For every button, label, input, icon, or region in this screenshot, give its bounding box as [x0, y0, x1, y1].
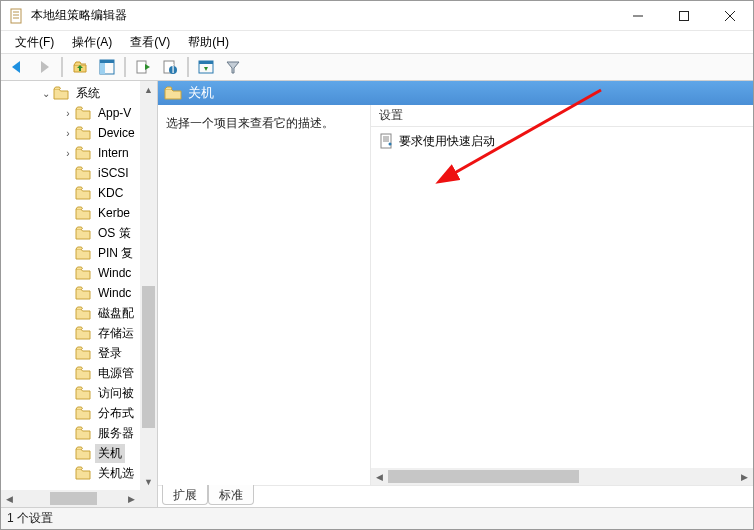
tree-item[interactable]: 电源管: [1, 363, 140, 383]
tree-item[interactable]: 关机: [1, 443, 140, 463]
tree-item[interactable]: 磁盘配: [1, 303, 140, 323]
scroll-left-icon[interactable]: ◀: [1, 490, 18, 507]
toolbar: i: [1, 53, 753, 81]
properties-button[interactable]: i: [158, 55, 182, 79]
close-button[interactable]: [707, 1, 753, 31]
folder-icon: [75, 406, 91, 420]
folder-icon: [75, 366, 91, 380]
description-panel: 选择一个项目来查看它的描述。: [158, 105, 370, 485]
tree-label: KDC: [95, 185, 126, 201]
tree-label: Intern: [95, 145, 132, 161]
menu-view[interactable]: 查看(V): [122, 32, 178, 53]
tree-pane: ⌄系统›App-V›Device›InterniSCSIKDCKerbeOS 策…: [1, 81, 158, 507]
export-button[interactable]: [131, 55, 155, 79]
tree-item[interactable]: ›Device: [1, 123, 140, 143]
folder-icon: [75, 266, 91, 280]
tree-item[interactable]: iSCSI: [1, 163, 140, 183]
svg-rect-5: [680, 11, 689, 20]
tree-item[interactable]: ›Intern: [1, 143, 140, 163]
svg-rect-13: [100, 60, 114, 63]
tree-label: PIN 复: [95, 244, 136, 263]
folder-icon: [75, 306, 91, 320]
tree-item[interactable]: KDC: [1, 183, 140, 203]
statusbar: 1 个设置: [1, 507, 753, 529]
separator: [124, 57, 126, 77]
tab-standard[interactable]: 标准: [208, 485, 254, 505]
scroll-down-icon[interactable]: ▼: [140, 473, 157, 490]
tree-label: Device: [95, 125, 138, 141]
description-prompt: 选择一个项目来查看它的描述。: [166, 116, 334, 130]
tree-label: 分布式: [95, 404, 137, 423]
setting-label: 要求使用快速启动: [399, 133, 495, 150]
column-header-setting[interactable]: 设置: [371, 105, 753, 127]
show-hide-tree-button[interactable]: [95, 55, 119, 79]
tree-item[interactable]: 登录: [1, 343, 140, 363]
tree-item[interactable]: 访问被: [1, 383, 140, 403]
tree-label: Windc: [95, 265, 134, 281]
folder-icon: [75, 246, 91, 260]
up-button[interactable]: [68, 55, 92, 79]
tree-label: 关机选: [95, 464, 137, 483]
setting-item[interactable]: 要求使用快速启动: [375, 131, 749, 151]
tree-item[interactable]: 关机选: [1, 463, 140, 483]
scroll-corner: [140, 490, 157, 507]
tree-label: OS 策: [95, 224, 134, 243]
tab-extended[interactable]: 扩展: [162, 485, 208, 505]
tree-label: 登录: [95, 344, 125, 363]
tree-item[interactable]: Kerbe: [1, 203, 140, 223]
tree-item[interactable]: 服务器: [1, 423, 140, 443]
scroll-right-icon[interactable]: ▶: [123, 490, 140, 507]
svg-marker-9: [41, 61, 49, 73]
svg-marker-21: [204, 67, 208, 71]
folder-icon: [75, 446, 91, 460]
expand-icon[interactable]: ›: [61, 128, 75, 139]
minimize-button[interactable]: [615, 1, 661, 31]
tree-item[interactable]: PIN 复: [1, 243, 140, 263]
collapse-icon[interactable]: ⌄: [39, 88, 53, 99]
tree-vertical-scrollbar[interactable]: ▲ ▼: [140, 81, 157, 490]
expand-icon[interactable]: ›: [61, 108, 75, 119]
tree-label: 存储运: [95, 324, 137, 343]
tree-item[interactable]: Windc: [1, 283, 140, 303]
menu-action[interactable]: 操作(A): [64, 32, 120, 53]
tree-label: Kerbe: [95, 205, 133, 221]
scroll-left-icon[interactable]: ◀: [371, 468, 388, 485]
svg-marker-15: [145, 64, 150, 70]
tree-label: 服务器: [95, 424, 137, 443]
filter-button[interactable]: [221, 55, 245, 79]
expand-icon[interactable]: ›: [61, 148, 75, 159]
tree-item[interactable]: Windc: [1, 263, 140, 283]
settings-list: 设置 要求使用快速启动 ◀ ▶: [370, 105, 753, 485]
tree-item[interactable]: ›App-V: [1, 103, 140, 123]
tree-item[interactable]: 分布式: [1, 403, 140, 423]
svg-rect-20: [199, 61, 213, 64]
workarea: ⌄系统›App-V›Device›InterniSCSIKDCKerbeOS 策…: [1, 81, 753, 507]
tree-label: 访问被: [95, 384, 137, 403]
content-title: 关机: [188, 84, 214, 102]
folder-icon: [75, 126, 91, 140]
folder-icon: [75, 186, 91, 200]
folder-icon: [75, 226, 91, 240]
tree-item[interactable]: OS 策: [1, 223, 140, 243]
folder-icon: [75, 386, 91, 400]
scroll-up-icon[interactable]: ▲: [140, 81, 157, 98]
svg-marker-22: [227, 62, 239, 73]
folder-icon: [75, 106, 91, 120]
menu-help[interactable]: 帮助(H): [180, 32, 237, 53]
tree-item[interactable]: 存储运: [1, 323, 140, 343]
view-tabs: 扩展 标准: [158, 485, 753, 507]
folder-icon: [75, 466, 91, 480]
list-horizontal-scrollbar[interactable]: ◀ ▶: [371, 468, 753, 485]
svg-rect-0: [11, 9, 21, 23]
titlebar: 本地组策略编辑器: [1, 1, 753, 31]
back-button[interactable]: [5, 55, 29, 79]
tree-label: 磁盘配: [95, 304, 137, 323]
window-title: 本地组策略编辑器: [31, 7, 615, 24]
scroll-right-icon[interactable]: ▶: [736, 468, 753, 485]
forward-button[interactable]: [32, 55, 56, 79]
tree-horizontal-scrollbar[interactable]: ◀ ▶: [1, 490, 140, 507]
refresh-button[interactable]: [194, 55, 218, 79]
maximize-button[interactable]: [661, 1, 707, 31]
tree-item-root[interactable]: ⌄系统: [1, 83, 140, 103]
menu-file[interactable]: 文件(F): [7, 32, 62, 53]
